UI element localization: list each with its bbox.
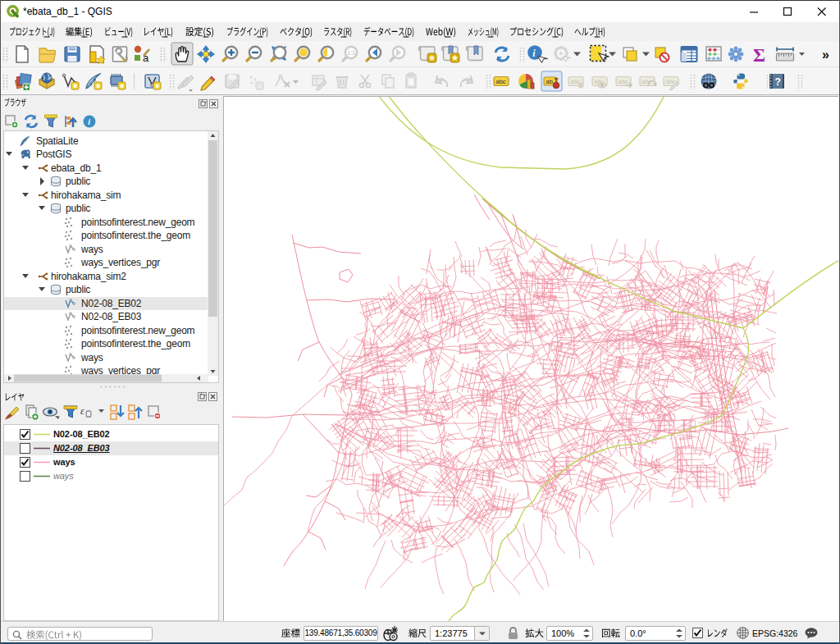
svg-text:ε: ε [80, 405, 84, 417]
svg-text:Σ: Σ [753, 45, 765, 66]
svg-text:i: i [88, 117, 90, 126]
svg-text:»: » [822, 48, 829, 62]
svg-text:?: ? [775, 76, 781, 88]
svg-text:1:1: 1:1 [348, 50, 356, 56]
svg-text:ab: ab [546, 78, 553, 85]
